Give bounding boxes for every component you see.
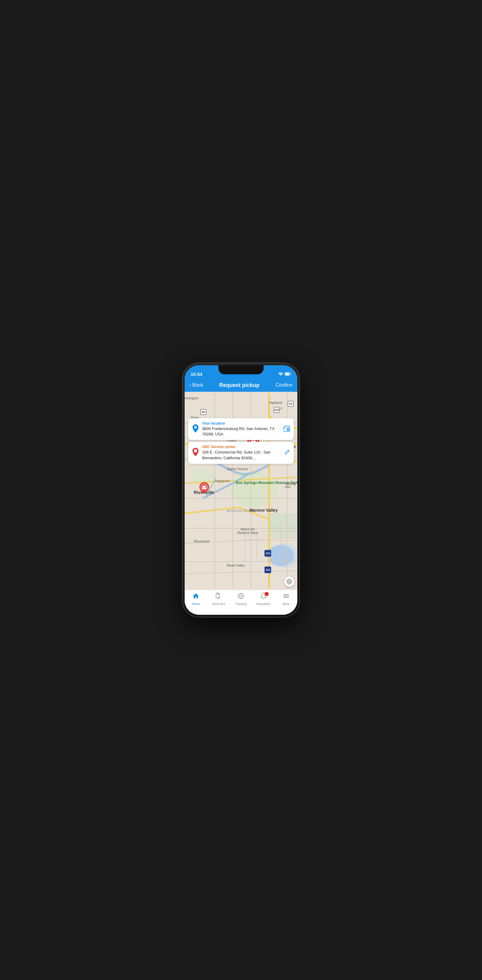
mead-valley-label: Mead Valley bbox=[227, 563, 245, 567]
tab-bar: Home Send files bbox=[185, 590, 297, 615]
map-area[interactable]: Highland 210 Rialto San Bernardino Colto… bbox=[185, 392, 297, 590]
map-background: Highland 210 Rialto San Bernardino Colto… bbox=[185, 392, 297, 590]
interstate-215-shield-2: 215 bbox=[264, 566, 271, 573]
tab-home-label: Home bbox=[192, 602, 200, 606]
box-springs-label: Box Springs Mountain Reserve Park bbox=[236, 480, 266, 485]
svg-point-0 bbox=[280, 375, 281, 376]
send-files-icon bbox=[215, 592, 222, 601]
battery-icon bbox=[285, 372, 291, 377]
march-air-label: March AirReserve Base bbox=[237, 527, 258, 535]
your-location-label: Your location bbox=[202, 421, 278, 425]
calendar-icon[interactable] bbox=[283, 425, 290, 433]
home-icon bbox=[192, 592, 199, 601]
phone-frame: 15:54 bbox=[182, 363, 300, 617]
nav-header: ‹ Back Request pickup Confirm bbox=[185, 379, 297, 392]
route-66-shield: 66 bbox=[200, 409, 206, 415]
svg-point-57 bbox=[240, 595, 242, 597]
interstate-215-shield-1: 215 bbox=[264, 550, 271, 557]
route-33-shield: 33 bbox=[288, 401, 294, 407]
tab-more[interactable]: More bbox=[275, 592, 297, 606]
confirm-button[interactable]: Confirm bbox=[276, 382, 293, 388]
svg-rect-2 bbox=[285, 373, 289, 375]
route-210-shield: 210 bbox=[274, 407, 280, 413]
arc-service-card[interactable]: ARC Service center 328 E. Commercial Rd,… bbox=[188, 442, 294, 463]
svg-point-39 bbox=[194, 426, 197, 428]
moonlig-rim-label: MoonligRim bbox=[285, 482, 296, 489]
svg-point-4 bbox=[230, 471, 278, 508]
tab-send-files[interactable]: Send files bbox=[207, 592, 230, 606]
your-location-text: Your location 9800 Fredericksburg Rd, Sa… bbox=[202, 421, 278, 437]
newsletter-badge bbox=[264, 592, 269, 596]
tab-tracking[interactable]: Tracking bbox=[230, 592, 253, 606]
status-time: 15:54 bbox=[191, 372, 202, 377]
back-button[interactable]: ‹ Back bbox=[189, 382, 203, 388]
tab-send-files-label: Send files bbox=[212, 602, 225, 606]
svg-rect-6 bbox=[269, 514, 297, 538]
highland-label: Highland bbox=[269, 401, 282, 404]
tab-newsletter[interactable]: Newsletter bbox=[252, 592, 275, 606]
notch bbox=[218, 365, 264, 374]
phone-screen: 15:54 bbox=[185, 365, 297, 615]
edit-icon[interactable] bbox=[284, 449, 290, 457]
location-cards: Your location 9800 Fredericksburg Rd, Sa… bbox=[188, 418, 294, 466]
more-icon bbox=[283, 592, 290, 601]
arc-pin-icon bbox=[192, 448, 199, 458]
arc-service-text: ARC Service center 328 E. Commercial Rd,… bbox=[202, 445, 279, 460]
your-location-actions bbox=[281, 424, 290, 434]
tracking-icon bbox=[237, 592, 245, 601]
tab-home[interactable]: Home bbox=[185, 592, 207, 606]
arc-service-actions bbox=[282, 447, 290, 458]
status-icons bbox=[278, 372, 291, 377]
page-title: Request pickup bbox=[219, 382, 259, 388]
svg-rect-47 bbox=[194, 450, 197, 452]
riverside-pin bbox=[199, 482, 209, 495]
highgrove-label: Highgrove bbox=[215, 479, 230, 483]
chevron-left-icon: ‹ bbox=[189, 382, 191, 388]
woodcrest-label: Woodcrest bbox=[194, 539, 209, 543]
your-location-card[interactable]: Your location 9800 Fredericksburg Rd, Sa… bbox=[188, 418, 294, 440]
your-location-address: 9800 Fredericksburg Rd, San Antonio, TX … bbox=[202, 426, 278, 437]
arc-service-label: ARC Service center bbox=[202, 445, 279, 449]
svg-point-50 bbox=[288, 581, 290, 582]
wifi-icon bbox=[278, 372, 283, 377]
omington-label: omington bbox=[185, 396, 198, 400]
svg-line-48 bbox=[288, 450, 289, 452]
svg-rect-55 bbox=[216, 593, 220, 598]
tab-tracking-label: Tracking bbox=[235, 602, 247, 606]
tab-more-label: More bbox=[283, 602, 290, 606]
grand-terrace-label: Grand Terrace bbox=[227, 467, 248, 471]
map-navigate-button[interactable] bbox=[284, 576, 294, 587]
location-pin-icon bbox=[192, 424, 199, 434]
arc-service-address: 328 E. Commercial Rd, Suite 110 , San Be… bbox=[202, 450, 279, 460]
moreno-valley-label: Moreno Valley bbox=[250, 508, 278, 512]
svg-rect-40 bbox=[284, 426, 290, 431]
divider bbox=[281, 424, 281, 434]
tab-newsletter-label: Newsletter bbox=[256, 602, 270, 606]
